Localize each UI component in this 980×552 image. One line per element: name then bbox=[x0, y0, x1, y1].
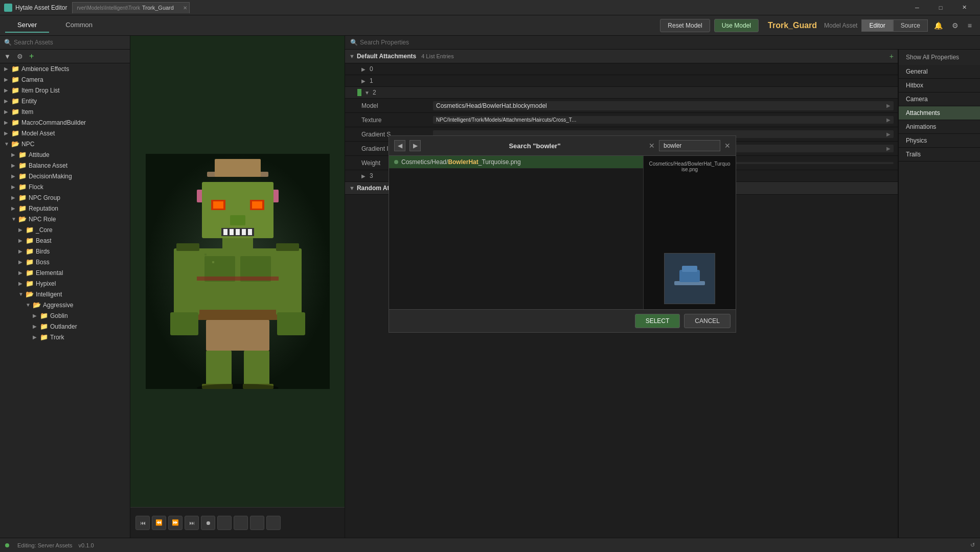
sidebar-item-entity[interactable]: ▶ 📁 Entity bbox=[0, 96, 130, 106]
anim-skip-fwd-btn[interactable]: ⏭ bbox=[185, 516, 199, 530]
dialog-close-btn[interactable]: ✕ bbox=[724, 142, 731, 150]
sidebar-label-intelligent: Intelligent bbox=[36, 291, 62, 298]
common-tab[interactable]: Common bbox=[53, 18, 105, 33]
sidebar-item-item[interactable]: ▶ 📁 Item bbox=[0, 106, 130, 117]
sidebar-item-ambience-effects[interactable]: ▶ 📁 Ambience Effects bbox=[0, 63, 130, 74]
folder-icon-decision-making: 📁 bbox=[18, 172, 27, 180]
svg-rect-27 bbox=[174, 248, 199, 315]
anim-skip-back-btn[interactable]: ⏮ bbox=[135, 516, 150, 530]
anim-spacer1[interactable] bbox=[217, 516, 232, 530]
prop-search-input[interactable] bbox=[360, 39, 975, 46]
default-attachments-add-btn[interactable]: + bbox=[890, 52, 894, 60]
sidebar-item-decision-making[interactable]: ▶ 📁 DecisionMaking bbox=[0, 171, 130, 181]
sidebar-item-boss[interactable]: ▶ 📁 Boss bbox=[0, 257, 130, 267]
anim-spacer2[interactable] bbox=[234, 516, 248, 530]
server-tab[interactable]: Server bbox=[5, 18, 49, 33]
sidebar-item-camera[interactable]: ▶ 📁 Camera bbox=[0, 74, 130, 85]
anim-spacer3[interactable] bbox=[250, 516, 264, 530]
sidebar-item-reputation[interactable]: ▶ 📁 Reputation bbox=[0, 203, 130, 214]
sidebar-item-balance-asset[interactable]: ▶ 📁 Balance Asset bbox=[0, 160, 130, 171]
expand-arrow-decision-making: ▶ bbox=[11, 173, 18, 179]
model-viewport[interactable] bbox=[130, 36, 345, 507]
dialog-select-btn[interactable]: SELECT bbox=[635, 314, 680, 328]
prop-nav-general[interactable]: General bbox=[899, 65, 980, 79]
close-btn[interactable]: ✕ bbox=[952, 0, 976, 15]
prop-nav-trails[interactable]: Trails bbox=[899, 148, 980, 162]
prop-nav-animations[interactable]: Animations bbox=[899, 120, 980, 134]
dialog-back-btn[interactable]: ◀ bbox=[394, 140, 405, 151]
prop-sub-item-0[interactable]: ▶ 0 bbox=[345, 63, 898, 75]
sidebar-item-trork[interactable]: ▶ 📁 Trork bbox=[0, 332, 130, 342]
svg-rect-34 bbox=[212, 261, 214, 263]
prop-nav-attachments[interactable]: Attachments bbox=[899, 106, 980, 120]
prop-label-model: Model bbox=[361, 102, 433, 109]
minimize-btn[interactable]: ─ bbox=[905, 0, 929, 15]
sidebar-item-aggressive[interactable]: ▼ 📂 Aggressive bbox=[0, 300, 130, 310]
status-label: Editing: Server Assets bbox=[17, 542, 73, 548]
sidebar-filter-btn[interactable]: ▼ bbox=[2, 52, 13, 61]
preview-hat-svg bbox=[669, 261, 710, 296]
prop-value-model[interactable]: Cosmetics/Head/BowlerHat.blockymodel ▶ bbox=[433, 101, 894, 110]
status-version: v0.1.0 bbox=[79, 542, 94, 548]
sidebar-item-flock[interactable]: ▶ 📁 Flock bbox=[0, 181, 130, 192]
reset-model-button[interactable]: Reset Model bbox=[660, 19, 710, 32]
expand-arrow-model-asset: ▶ bbox=[4, 130, 11, 136]
sidebar-item-core[interactable]: ▶ 📁 _Core bbox=[0, 224, 130, 235]
use-model-button[interactable]: Use Model bbox=[714, 19, 759, 32]
sidebar-item-model-asset[interactable]: ▶ 📁 Model Asset bbox=[0, 128, 130, 139]
result-label-1: Cosmetics/Head/BowlerHat_Turquoise.png bbox=[401, 158, 521, 166]
anim-record-btn[interactable]: ⏺ bbox=[201, 516, 215, 530]
sidebar-item-beast[interactable]: ▶ 📁 Beast bbox=[0, 235, 130, 246]
folder-icon-boss: 📁 bbox=[26, 258, 34, 266]
more-options-btn[interactable]: ≡ bbox=[965, 19, 975, 32]
dialog-results-list: Cosmetics/Head/BowlerHat_Turquoise.png bbox=[389, 156, 644, 309]
sidebar-item-intelligent[interactable]: ▼ 📂 Intelligent bbox=[0, 289, 130, 300]
default-attachments-header[interactable]: ▼ Default Attachments 4 List Entries + bbox=[345, 50, 898, 63]
anim-back-btn[interactable]: ⏪ bbox=[152, 516, 166, 530]
dialog-clear-search-btn[interactable]: ✕ bbox=[649, 142, 655, 150]
status-icon-refresh[interactable]: ↺ bbox=[970, 542, 975, 548]
prop-nav-hitbox[interactable]: Hitbox bbox=[899, 79, 980, 93]
sidebar-item-elemental[interactable]: ▶ 📁 Elemental bbox=[0, 267, 130, 278]
svg-rect-12 bbox=[223, 229, 227, 235]
prop-sub-item-2[interactable]: ▼ 2 bbox=[345, 87, 898, 99]
search-assets-input[interactable] bbox=[14, 39, 126, 46]
anim-forward-btn[interactable]: ⏩ bbox=[168, 516, 183, 530]
sidebar-item-goblin[interactable]: ▶ 📁 Goblin bbox=[0, 310, 130, 321]
sidebar-item-hypixel[interactable]: ▶ 📁 Hypixel bbox=[0, 278, 130, 289]
notification-btn[interactable]: 🔔 bbox=[931, 19, 946, 32]
dialog-forward-btn[interactable]: ▶ bbox=[409, 140, 421, 151]
prop-value-texture[interactable]: NPC/Intelligent/Trork/Models/Attachments… bbox=[433, 116, 894, 124]
prop-nav-physics[interactable]: Physics bbox=[899, 134, 980, 148]
dialog-search-input[interactable] bbox=[659, 140, 720, 151]
sidebar-item-npc[interactable]: ▼ 📂 NPC bbox=[0, 139, 130, 149]
maximize-btn[interactable]: □ bbox=[929, 0, 952, 15]
dialog-preview: Cosmetics/Head/BowlerHat_Turquoise.png bbox=[644, 156, 736, 309]
sidebar-item-attitude[interactable]: ▶ 📁 Attitude bbox=[0, 149, 130, 160]
dialog-result-item-1[interactable]: Cosmetics/Head/BowlerHat_Turquoise.png bbox=[389, 156, 643, 169]
svg-rect-31 bbox=[176, 243, 199, 251]
sidebar-item-item-drop-list[interactable]: ▶ 📁 Item Drop List bbox=[0, 85, 130, 96]
sidebar-item-birds[interactable]: ▶ 📁 Birds bbox=[0, 246, 130, 257]
tab-close-btn[interactable]: ✕ bbox=[183, 5, 187, 11]
svg-rect-24 bbox=[244, 351, 269, 386]
sidebar-item-outlander[interactable]: ▶ 📁 Outlander bbox=[0, 321, 130, 332]
editor-tab[interactable]: Editor bbox=[861, 19, 893, 32]
prop-nav-camera[interactable]: Camera bbox=[899, 93, 980, 106]
anim-spacer4[interactable] bbox=[266, 516, 281, 530]
sidebar-item-npc-group[interactable]: ▶ 📁 NPC Group bbox=[0, 192, 130, 203]
expand-arrow-npc: ▼ bbox=[4, 141, 11, 147]
sidebar-item-npc-role[interactable]: ▼ 📂 NPC Role bbox=[0, 214, 130, 224]
sidebar-label-elemental: Elemental bbox=[36, 269, 63, 277]
dialog-cancel-btn[interactable]: CANCEL bbox=[684, 314, 731, 328]
prop-sub-item-1[interactable]: ▶ 1 bbox=[345, 75, 898, 87]
file-tab[interactable]: rver\Models\Intelligent\Trork Trork_Guar… bbox=[72, 2, 190, 13]
source-tab[interactable]: Source bbox=[893, 19, 928, 32]
show-all-properties-btn[interactable]: Show All Properties bbox=[899, 50, 980, 65]
settings-btn[interactable]: ⚙ bbox=[949, 19, 962, 32]
sidebar-settings-btn[interactable]: ⚙ bbox=[15, 52, 25, 61]
sidebar-label-entity: Entity bbox=[21, 98, 37, 105]
svg-rect-14 bbox=[236, 229, 240, 235]
sidebar-add-btn[interactable]: + bbox=[27, 51, 36, 62]
sidebar-item-macro[interactable]: ▶ 📁 MacroCommandBuilder bbox=[0, 117, 130, 128]
